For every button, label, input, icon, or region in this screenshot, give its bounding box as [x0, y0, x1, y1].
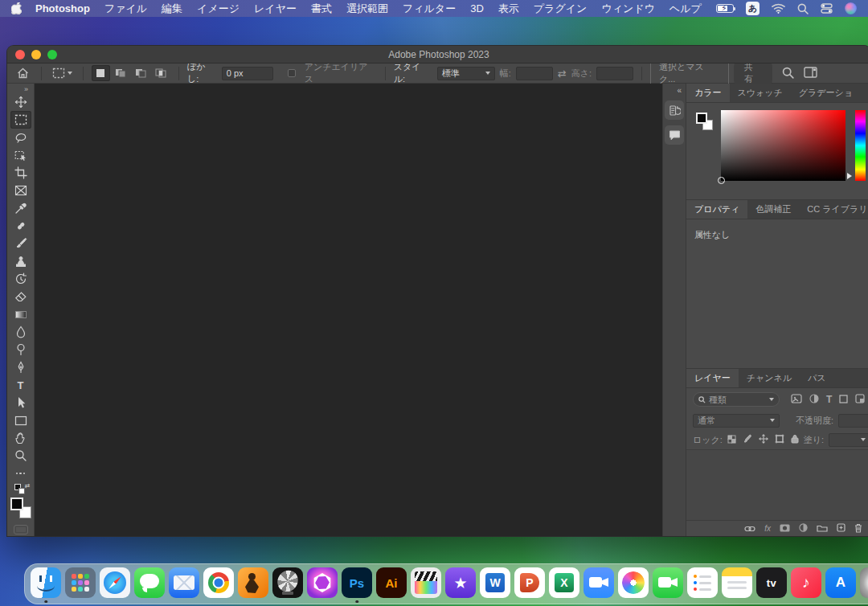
dock-icon-messages[interactable]	[134, 567, 165, 602]
tool-eraser[interactable]	[10, 288, 31, 305]
tool-lasso[interactable]	[10, 129, 31, 146]
tool-eyedropper[interactable]	[10, 199, 31, 217]
window-titlebar[interactable]: Adobe Photoshop 2023	[7, 46, 868, 63]
control-center-icon[interactable]	[821, 3, 833, 14]
dock-icon-apple-tv[interactable]: tv	[756, 567, 787, 602]
dock-icon-music[interactable]: ♪	[791, 567, 821, 602]
tool-path-selection[interactable]	[10, 394, 31, 412]
menu-plugins[interactable]: プラグイン	[526, 0, 595, 17]
type-layer-filter-icon[interactable]: T	[826, 394, 832, 405]
tab-layers[interactable]: レイヤー	[686, 369, 739, 387]
menu-layer[interactable]: レイヤー	[247, 0, 304, 17]
menu-view[interactable]: 表示	[491, 0, 526, 17]
delete-layer-icon[interactable]	[854, 523, 862, 534]
adjustment-layer-filter-icon[interactable]	[809, 394, 819, 405]
siri-icon[interactable]	[845, 2, 857, 14]
canvas-area[interactable]	[35, 84, 662, 536]
tool-object-selection[interactable]	[10, 146, 31, 164]
tab-patterns[interactable]: パターン	[861, 84, 868, 102]
dock-icon-illustrator[interactable]: Ai	[376, 567, 407, 602]
dock-icon-finder[interactable]	[31, 567, 61, 602]
menu-type[interactable]: 書式	[304, 0, 339, 17]
dock-icon-mail[interactable]	[169, 567, 199, 602]
default-colors-icon[interactable]: ⇄	[14, 484, 27, 495]
dock-icon-app-store[interactable]: A	[825, 567, 856, 602]
menu-photoshop[interactable]: Photoshop	[28, 0, 97, 17]
dock-icon-photos[interactable]	[618, 567, 649, 602]
dock-icon-word[interactable]: W	[480, 567, 510, 602]
width-input[interactable]	[516, 67, 553, 80]
menu-file[interactable]: ファイル	[97, 0, 154, 17]
dock-icon-safari[interactable]	[100, 567, 130, 602]
style-dropdown[interactable]: 標準	[437, 67, 495, 80]
home-button[interactable]	[14, 65, 33, 81]
new-selection-button[interactable]	[92, 65, 110, 81]
panel-color-swatches[interactable]	[694, 110, 715, 190]
dock-icon-garageband[interactable]	[238, 567, 268, 602]
tool-preset-picker[interactable]	[50, 66, 75, 80]
tool-dodge[interactable]	[10, 341, 31, 358]
saturation-brightness-box[interactable]	[721, 110, 845, 181]
tab-paths[interactable]: パス	[800, 369, 834, 387]
tool-move[interactable]	[10, 93, 31, 111]
tool-zoom[interactable]	[10, 447, 31, 465]
swap-width-height-icon[interactable]: ⇄	[558, 68, 567, 79]
tab-color[interactable]: カラー	[686, 84, 730, 102]
wifi-icon[interactable]	[772, 3, 785, 14]
expand-panels-icon[interactable]: «	[677, 86, 686, 95]
dock-icon-excel[interactable]: X	[549, 567, 579, 602]
tab-swatches[interactable]: スウォッチ	[730, 84, 791, 102]
menu-select[interactable]: 選択範囲	[339, 0, 395, 17]
dock-icon-photo-editor[interactable]	[307, 567, 338, 602]
tool-blur[interactable]	[10, 323, 31, 341]
dock-icon-system-settings[interactable]: ⚙1	[860, 567, 868, 602]
layer-list[interactable]	[686, 449, 868, 520]
dock-icon-imovie[interactable]: ★	[445, 567, 476, 602]
adjustment-layer-icon[interactable]	[799, 523, 808, 534]
comments-icon[interactable]	[665, 125, 684, 145]
layer-mask-icon[interactable]	[780, 524, 790, 534]
height-input[interactable]	[596, 67, 633, 80]
workspace-switcher-icon[interactable]	[804, 67, 817, 80]
foreground-color-swatch[interactable]	[10, 497, 23, 510]
feather-input[interactable]: 0 px	[222, 67, 273, 80]
add-to-selection-button[interactable]	[112, 65, 130, 81]
new-group-icon[interactable]	[817, 524, 828, 534]
dock-icon-zoom[interactable]	[583, 567, 614, 602]
fill-input[interactable]	[829, 433, 868, 447]
shape-layer-filter-icon[interactable]	[839, 395, 848, 405]
tool-rectangular-marquee[interactable]	[10, 111, 31, 129]
layer-search-filter[interactable]: 種類	[693, 392, 780, 407]
dock-icon-final-cut-pro[interactable]	[411, 567, 441, 602]
tool-pen[interactable]	[10, 358, 31, 376]
menu-filter[interactable]: フィルター	[395, 0, 463, 17]
tab-gradients[interactable]: グラデーショ	[791, 84, 861, 102]
tool-rectangle[interactable]	[10, 412, 31, 429]
tab-channels[interactable]: チャンネル	[739, 369, 800, 387]
dock-icon-logic-pro[interactable]	[272, 567, 303, 602]
apple-menu[interactable]	[11, 2, 28, 14]
tool-frame[interactable]	[10, 182, 31, 199]
lock-position-icon[interactable]	[759, 434, 768, 445]
lock-transparent-icon[interactable]	[727, 435, 736, 445]
pixel-layer-filter-icon[interactable]	[791, 394, 802, 405]
toolbar-collapse-icon[interactable]: »	[24, 85, 34, 93]
dock-icon-launchpad[interactable]	[65, 567, 96, 602]
search-icon[interactable]	[782, 67, 794, 80]
dock-icon-notes[interactable]	[722, 567, 752, 602]
blend-mode-dropdown[interactable]: 通常	[693, 414, 780, 428]
layer-style-icon[interactable]: fx	[764, 524, 771, 533]
dock-icon-chrome[interactable]	[203, 567, 234, 602]
hue-slider[interactable]	[855, 110, 866, 181]
menu-help[interactable]: ヘルプ	[662, 0, 709, 17]
tool-hand[interactable]	[10, 429, 31, 447]
intersect-selection-button[interactable]	[152, 65, 170, 81]
more-tools-icon[interactable]	[10, 465, 31, 482]
tab-adjustments[interactable]: 色調補正	[747, 200, 799, 219]
lock-paint-icon[interactable]	[743, 434, 752, 445]
dock-icon-photoshop[interactable]: Ps	[342, 567, 372, 602]
tab-cc-libraries[interactable]: CC ライブラリ	[799, 200, 868, 219]
opacity-input[interactable]	[838, 414, 868, 428]
screen-mode-icon[interactable]	[14, 525, 28, 534]
tool-type[interactable]: T	[10, 376, 31, 394]
